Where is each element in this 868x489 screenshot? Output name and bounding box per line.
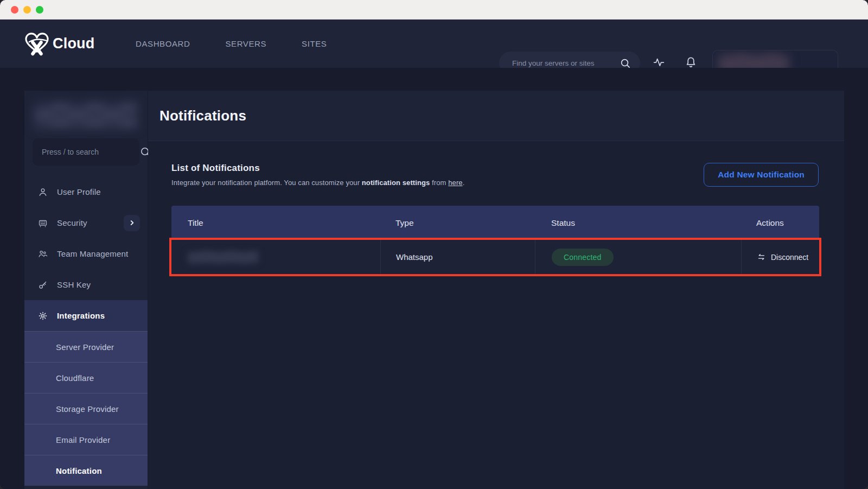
- activity-icon[interactable]: [652, 55, 666, 69]
- notifications-content: List of Notifications Integrate your not…: [148, 141, 844, 274]
- disconnect-label: Disconnect: [771, 253, 808, 262]
- key-icon: [38, 280, 48, 290]
- redacted-title-blur: [188, 251, 258, 263]
- page-title: Notifications: [159, 107, 246, 124]
- nav-link-dashboard[interactable]: DASHBOARD: [136, 39, 190, 48]
- app-window: Cloud DASHBOARD SERVERS SITES: [0, 0, 868, 489]
- table-row: Whatsapp Connected: [171, 240, 819, 274]
- nav-link-servers[interactable]: SERVERS: [225, 39, 266, 48]
- chevron-right-icon: [129, 220, 135, 226]
- sidebar-subitem-storage-provider[interactable]: Storage Provider: [24, 393, 148, 424]
- sidebar-subitem-server-provider[interactable]: Server Provider: [24, 331, 148, 362]
- integrations-submenu: Server Provider Cloudflare Storage Provi…: [24, 331, 148, 486]
- sidebar-subitem-label: Cloudflare: [56, 373, 94, 383]
- vault-icon: [38, 218, 48, 228]
- sidebar-subitem-email-provider[interactable]: Email Provider: [24, 424, 148, 455]
- swap-arrows-icon: [757, 253, 766, 261]
- cell-type: Whatsapp: [380, 240, 535, 274]
- main-nav: DASHBOARD SERVERS SITES: [136, 20, 327, 68]
- cell-actions: Disconnect: [741, 240, 819, 274]
- sidebar-subitem-label: Email Provider: [56, 435, 110, 444]
- sidebar-item-team-management[interactable]: Team Management: [24, 238, 148, 269]
- notifications-table: Title Type Status Actions Whatsapp Conne…: [171, 206, 819, 274]
- top-navbar: Cloud DASHBOARD SERVERS SITES: [0, 20, 868, 68]
- sidebar-subitem-label: Notification: [56, 466, 102, 475]
- sidebar-menu: User Profile Security: [24, 176, 148, 486]
- sidebar-item-label: Security: [57, 218, 87, 227]
- page-body: User Profile Security: [0, 68, 868, 489]
- redacted-account-name-blur: [34, 103, 137, 129]
- user-icon: [38, 187, 48, 197]
- gear-icon: [38, 311, 48, 321]
- section-description: Integrate your notification platform. Yo…: [171, 179, 464, 187]
- sidebar-item-integrations[interactable]: Integrations: [24, 300, 148, 331]
- brand-name: Cloud: [53, 35, 94, 52]
- sidebar-item-ssh-key[interactable]: SSH Key: [24, 269, 148, 300]
- page-header: Notifications: [148, 91, 844, 141]
- macos-titlebar: [0, 0, 868, 20]
- column-header-type: Type: [380, 218, 535, 228]
- main-panel: Notifications List of Notifications Inte…: [148, 91, 844, 489]
- expand-security-button[interactable]: [124, 215, 140, 231]
- column-header-actions: Actions: [741, 218, 819, 228]
- section-heading-block: List of Notifications Integrate your not…: [171, 163, 464, 187]
- sidebar-subitem-label: Storage Provider: [56, 404, 119, 414]
- sidebar-subitem-notification[interactable]: Notification: [24, 455, 148, 486]
- sidebar-subitem-cloudflare[interactable]: Cloudflare: [24, 362, 148, 393]
- sidebar-item-label: SSH Key: [57, 280, 91, 289]
- global-search-input[interactable]: [512, 59, 620, 67]
- description-text: from: [430, 179, 448, 187]
- settings-sidebar: User Profile Security: [24, 91, 148, 489]
- close-window-button[interactable]: [11, 6, 18, 14]
- description-text: Integrate your notification platform. Yo…: [171, 179, 362, 187]
- minimize-window-button[interactable]: [23, 6, 31, 14]
- brand-logo[interactable]: Cloud: [24, 32, 94, 56]
- sidebar-item-user-profile[interactable]: User Profile: [24, 176, 148, 207]
- cell-title: [171, 251, 380, 263]
- sidebar-item-label: User Profile: [57, 187, 101, 196]
- table-header-row: Title Type Status Actions: [171, 206, 819, 240]
- description-bold-text: notification settings: [362, 179, 430, 187]
- heart-cloud-logo-icon: [24, 32, 49, 56]
- disconnect-button[interactable]: Disconnect: [757, 253, 808, 262]
- sidebar-item-label: Integrations: [57, 311, 105, 320]
- bell-icon[interactable]: [684, 55, 698, 69]
- sidebar-subitem-label: Server Provider: [56, 342, 114, 352]
- section-title: List of Notifications: [171, 163, 464, 174]
- sidebar-search[interactable]: [33, 138, 139, 166]
- sidebar-search-input[interactable]: [42, 148, 140, 156]
- sidebar-item-security[interactable]: Security: [24, 207, 148, 238]
- nav-link-sites[interactable]: SITES: [302, 39, 327, 48]
- settings-here-link[interactable]: here: [448, 179, 462, 187]
- maximize-window-button[interactable]: [36, 6, 43, 14]
- description-text: .: [463, 179, 465, 187]
- column-header-title: Title: [171, 218, 380, 228]
- team-icon: [38, 249, 48, 259]
- sidebar-item-label: Team Management: [57, 249, 128, 258]
- cell-status: Connected: [535, 240, 741, 274]
- status-badge: Connected: [552, 249, 614, 266]
- search-icon: [620, 58, 630, 68]
- column-header-status: Status: [535, 218, 741, 228]
- section-header-row: List of Notifications Integrate your not…: [171, 163, 819, 187]
- add-new-notification-button[interactable]: Add New Notification: [704, 163, 819, 187]
